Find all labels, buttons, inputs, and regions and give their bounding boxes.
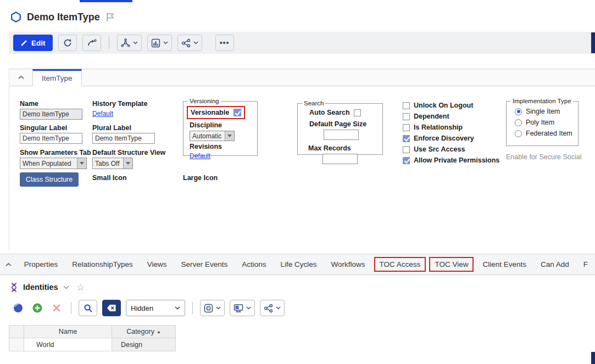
clear-search-button[interactable] [102, 300, 121, 316]
share-icon [264, 304, 273, 313]
display-options-icon [204, 304, 213, 313]
open-item-button[interactable] [11, 300, 25, 316]
singular-label: Singular Label [20, 124, 67, 132]
share-dropdown-button[interactable] [177, 35, 202, 51]
search-icon [84, 304, 93, 313]
enforce-discovery-checkbox[interactable] [403, 135, 410, 142]
history-template-link[interactable]: Default [92, 110, 113, 117]
implementation-type-legend: Implementation Type [511, 98, 573, 104]
form-tab-strip: ItemType [9, 69, 595, 86]
category-column-header[interactable]: Category ▲ [112, 325, 176, 338]
tab-life-cycles[interactable]: Life Cycles [281, 260, 317, 268]
name-input[interactable] [20, 109, 82, 120]
dependent-checkbox[interactable] [403, 113, 410, 120]
tab-cutoff[interactable]: F [583, 260, 588, 268]
more-actions-button[interactable]: ••• [215, 35, 234, 51]
category-column-label: Category [126, 328, 154, 335]
chevron-down-icon [133, 41, 138, 44]
versioning-group: Versioning Versionable Discipline Automa… [183, 98, 258, 156]
chevron-down-icon [175, 306, 180, 310]
poly-item-label: Poly Item [526, 119, 554, 126]
ellipsis-icon: ••• [220, 38, 230, 47]
discipline-value: Automatic [190, 131, 225, 141]
relationship-picker-chevron-icon[interactable] [63, 285, 69, 289]
default-structure-view-label: Default Structure View [92, 149, 165, 156]
enforce-discovery-label: Enforce Discovery [414, 135, 474, 142]
name-column-label: Name [59, 328, 77, 335]
is-relationship-checkbox[interactable] [403, 124, 410, 131]
chevron-down-icon [246, 306, 251, 310]
add-relationship-button[interactable] [30, 300, 45, 316]
allow-private-permissions-checkbox[interactable] [403, 157, 410, 164]
sphere-icon [13, 303, 24, 313]
versioning-legend: Versioning [188, 98, 221, 104]
tab-relationshiptypes[interactable]: RelationshipTypes [72, 260, 132, 268]
poly-item-radio[interactable] [515, 119, 522, 126]
name-cell-value: World [36, 341, 54, 349]
tab-properties[interactable]: Properties [24, 260, 58, 268]
tab-client-events[interactable]: Client Events [482, 260, 526, 268]
revisions-default-link[interactable]: Default [190, 152, 210, 160]
tab-server-events[interactable]: Server Events [181, 260, 227, 268]
hidden-filter-value: Hidden [131, 304, 153, 312]
delete-relationship-button[interactable] [49, 300, 64, 316]
tab-views[interactable]: Views [147, 260, 167, 268]
tab-actions[interactable]: Actions [242, 260, 266, 268]
history-template-label: History Template [92, 100, 148, 108]
tab-toc-access[interactable]: TOC Access [374, 257, 426, 272]
navigate-dropdown-button[interactable] [117, 35, 142, 51]
right-edge-panel [591, 352, 595, 364]
identities-header: Identities ☆ [10, 279, 85, 295]
versionable-label: Versionable [191, 109, 229, 116]
search-toggle-button[interactable] [79, 300, 97, 316]
singular-label-input[interactable] [20, 133, 82, 144]
allow-private-permissions-label: Allow Private Permissions [414, 156, 499, 164]
edit-button-label: Edit [31, 39, 46, 47]
chevron-down-icon [193, 41, 198, 44]
plural-label-input[interactable] [92, 133, 155, 144]
tab-workflows[interactable]: Workflows [331, 260, 365, 268]
favorite-star-icon[interactable]: ☆ [76, 283, 85, 292]
chart-dropdown-button[interactable] [147, 35, 172, 51]
tab-toc-view[interactable]: TOC View [429, 257, 474, 272]
flag-icon[interactable] [105, 12, 115, 23]
single-item-radio[interactable] [515, 108, 522, 115]
use-src-access-checkbox[interactable] [403, 146, 410, 153]
grid-views-dropdown-button[interactable] [230, 300, 255, 316]
refresh-button[interactable] [58, 35, 77, 51]
discipline-select[interactable]: Automatic [190, 131, 235, 141]
share-dropdown-button[interactable] [260, 300, 285, 316]
category-cell-value: Design [121, 341, 142, 349]
default-structure-view-select[interactable]: Tabs Off [92, 158, 133, 169]
auto-search-checkbox[interactable] [354, 109, 361, 116]
default-page-size-input[interactable] [324, 130, 359, 140]
tab-can-add[interactable]: Can Add [541, 260, 569, 268]
collapse-form-button[interactable] [9, 69, 32, 86]
refresh-icon [63, 38, 72, 47]
edit-button[interactable]: Edit [13, 35, 53, 51]
hidden-filter-select[interactable]: Hidden [126, 300, 185, 316]
monitor-icon [233, 304, 243, 313]
class-structure-button[interactable]: Class Structure [20, 172, 79, 187]
large-icon-label: Large Icon [183, 174, 218, 182]
federated-item-radio[interactable] [515, 130, 522, 137]
title-bar: Demo ItemType [10, 9, 115, 25]
chevron-down-icon [216, 306, 221, 310]
small-icon-label: Small Icon [92, 174, 127, 182]
collapse-relationships-button[interactable] [0, 262, 17, 267]
tab-itemtype[interactable]: ItemType [32, 69, 82, 86]
max-records-input[interactable] [322, 154, 358, 164]
grid-row-world[interactable]: World Design [9, 338, 176, 351]
versionable-checkbox[interactable] [233, 109, 241, 116]
auto-search-label: Auto Search [309, 109, 350, 116]
show-parameters-tab-select[interactable]: When Populated [20, 158, 87, 169]
row-handle-column-header[interactable] [9, 325, 24, 338]
unlock-on-logout-checkbox[interactable] [403, 102, 410, 109]
toolbar-separator [71, 302, 71, 314]
unlock-on-logout-label: Unlock On Logout [414, 102, 473, 109]
itemtype-logo-icon [10, 11, 22, 23]
name-column-header[interactable]: Name [24, 325, 112, 338]
display-options-dropdown-button[interactable] [200, 300, 225, 316]
search-legend: Search [302, 100, 325, 107]
promote-button[interactable] [82, 35, 101, 51]
